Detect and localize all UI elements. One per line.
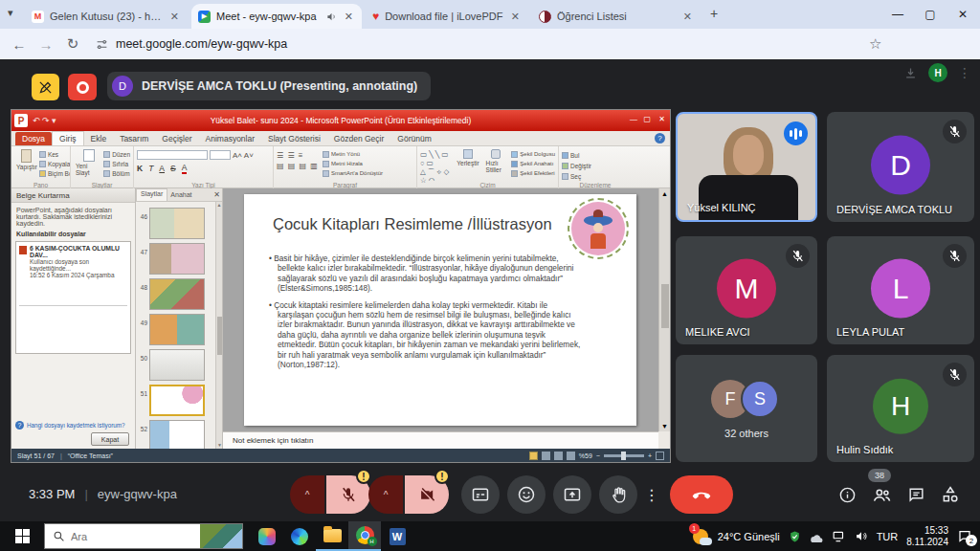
participant-tile-yuksel-kilinc[interactable]: Yüksel KILINÇ: [676, 112, 817, 222]
people-panel-button[interactable]: [869, 475, 894, 514]
participant-tile-hulin-siddik[interactable]: H Hulin Sıddık: [827, 355, 974, 462]
url-text[interactable]: meet.google.com/eyw-gqwv-kpa: [116, 37, 287, 51]
tab-ogrenci-listesi[interactable]: Öğrenci Listesi ✕: [532, 4, 701, 29]
annotation-toggle-button[interactable]: [32, 74, 59, 100]
fit-to-window-button[interactable]: [656, 452, 664, 460]
new-slide-button[interactable]: Yeni Slayt: [76, 149, 101, 177]
align-text-button[interactable]: Metni Hizala: [323, 160, 383, 168]
outline-tab[interactable]: Anahat: [167, 190, 198, 199]
forward-button[interactable]: →: [33, 36, 59, 53]
word-icon[interactable]: W: [381, 521, 413, 551]
leave-call-button[interactable]: [670, 475, 733, 514]
find-button[interactable]: Bul: [562, 151, 629, 160]
ppt-tab-giris[interactable]: Giriş: [52, 131, 83, 145]
font-size-select[interactable]: [210, 150, 231, 160]
slide-canvas[interactable]: Çocuk Kitapları Resimleme /İllüstrasyon …: [223, 188, 658, 431]
text-direction-button[interactable]: Metin Yönü: [323, 150, 383, 159]
font-name-select[interactable]: [137, 150, 208, 160]
underline-button[interactable]: A: [159, 165, 165, 173]
zoom-slider[interactable]: [604, 454, 644, 457]
overflow-tile-32-others[interactable]: F S 32 others: [676, 355, 817, 462]
window-maximize-button[interactable]: ▢: [915, 0, 946, 29]
notes-pane[interactable]: Not eklemek için tıklatın: [223, 431, 658, 449]
reading-view-button[interactable]: [554, 452, 563, 460]
site-info-icon[interactable]: [96, 38, 108, 51]
antivirus-tray-icon[interactable]: [789, 530, 801, 543]
chrome-icon[interactable]: H: [348, 521, 381, 551]
participant-tile-leyla-pulat[interactable]: L LEYLA PULAT: [827, 236, 974, 344]
cam-options-chevron[interactable]: ^: [368, 475, 403, 514]
shared-presentation-frame[interactable]: P ↶ ↷ ▾ Yüksel Balet- sunu 2024 - Micros…: [11, 110, 670, 462]
bookmark-star-icon[interactable]: ☆: [869, 35, 881, 53]
clock-widget[interactable]: 15:33 8.11.2024: [906, 525, 948, 548]
tab-meet[interactable]: ▶ Meet - eyw-gqwv-kpa ✕: [191, 4, 362, 29]
chat-panel-button[interactable]: [903, 475, 928, 514]
ppt-tab-animasyonlar[interactable]: Animasyonlar: [199, 132, 262, 145]
start-button[interactable]: [0, 521, 44, 551]
bold-button[interactable]: K: [137, 165, 143, 173]
recovery-help-link[interactable]: ? Hangi dosyayı kaydetmek istiyorum?: [15, 421, 125, 430]
font-color-button[interactable]: A: [182, 164, 188, 174]
slideshow-view-button[interactable]: [567, 452, 575, 460]
ppt-tab-gorunum[interactable]: Görünüm: [390, 132, 437, 145]
strike-button[interactable]: S: [170, 165, 176, 173]
ppt-tab-dosya[interactable]: Dosya: [15, 132, 52, 145]
layout-button[interactable]: Düzen: [103, 150, 130, 159]
slide-thumbnail-46[interactable]: [149, 208, 205, 239]
captions-button[interactable]: [461, 475, 500, 514]
tab-gmail[interactable]: M Gelen Kutusu (23) - hulin.siddik ✕: [25, 4, 188, 29]
onedrive-tray-icon[interactable]: [810, 531, 824, 542]
window-minimize-button[interactable]: —: [882, 0, 913, 29]
tab-audio-icon[interactable]: [326, 11, 337, 22]
slide-thumbnail-47[interactable]: [149, 243, 205, 275]
browser-menu-icon[interactable]: ⋮: [958, 65, 971, 80]
grow-shrink-font-buttons[interactable]: A˄ A˅: [233, 151, 254, 160]
language-indicator[interactable]: TUR: [877, 531, 899, 542]
slide-thumbnail-50[interactable]: [149, 349, 205, 381]
slides-tab[interactable]: Slaytlar: [136, 188, 167, 201]
downloads-icon[interactable]: [903, 66, 918, 80]
shape-effects-button[interactable]: Şekil Efektleri: [511, 169, 555, 178]
weather-widget[interactable]: 1 24°C Güneşli: [693, 527, 780, 546]
thumbnails-scrollbar[interactable]: ▲▼: [215, 202, 222, 449]
edge-icon[interactable]: [283, 521, 316, 551]
copilot-icon[interactable]: [251, 521, 283, 551]
reload-button[interactable]: ↻: [59, 35, 86, 53]
replace-button[interactable]: Değiştir: [562, 162, 629, 170]
search-input[interactable]: [71, 531, 186, 542]
align-buttons[interactable]: ▤ ▤ ▤ ▥: [277, 162, 319, 170]
back-button[interactable]: ←: [6, 36, 33, 53]
ppt-tab-gozden-gecir[interactable]: Gözden Geçir: [327, 132, 390, 145]
recording-indicator[interactable]: [68, 74, 97, 100]
zoom-in-button[interactable]: +: [648, 452, 652, 459]
ppt-tab-gecisler[interactable]: Geçişler: [155, 132, 198, 145]
raise-hand-button[interactable]: [599, 475, 637, 514]
activities-button[interactable]: [938, 475, 963, 514]
slide-thumbnail-49[interactable]: [149, 314, 205, 345]
panel-close-icon[interactable]: ✕: [213, 190, 220, 199]
slide-thumbnail-52[interactable]: [149, 420, 205, 452]
italic-button[interactable]: T: [148, 165, 153, 173]
list-buttons[interactable]: ☰ ☰ ≡: [277, 151, 319, 160]
recovery-file-item[interactable]: 6 KASIM-ÇOCUKTA OLUMLU DAV... Kullanıcı …: [19, 245, 127, 278]
tab-close-icon[interactable]: ✕: [168, 11, 181, 23]
network-tray-icon[interactable]: [833, 531, 846, 542]
search-highlight-image[interactable]: [200, 523, 242, 549]
ppt-tab-slayt-gosterisi[interactable]: Slayt Gösterisi: [261, 132, 327, 145]
shape-fill-button[interactable]: Şekil Dolgusu: [511, 150, 555, 159]
ppt-tab-ekle[interactable]: Ekle: [84, 132, 114, 145]
notification-center-icon[interactable]: 2: [957, 529, 972, 543]
slide-thumbnail-48[interactable]: [149, 278, 205, 310]
recovery-close-button[interactable]: Kapat: [91, 432, 129, 446]
ppt-minimize-icon[interactable]: —: [630, 115, 637, 123]
volume-tray-icon[interactable]: [855, 530, 868, 542]
tab-close-icon[interactable]: ✕: [509, 11, 522, 23]
sorter-view-button[interactable]: [542, 452, 550, 460]
ppt-help-icon[interactable]: ?: [655, 133, 665, 143]
section-button[interactable]: Bölüm: [103, 169, 130, 178]
tab-close-icon[interactable]: ✕: [681, 11, 694, 23]
participant-tile-melike-avci[interactable]: M MELIKE AVCI: [676, 236, 817, 344]
tab-search-chevron-icon[interactable]: ▾: [8, 7, 13, 19]
present-screen-button[interactable]: [553, 475, 591, 514]
copy-button[interactable]: Kopyala: [39, 160, 71, 168]
